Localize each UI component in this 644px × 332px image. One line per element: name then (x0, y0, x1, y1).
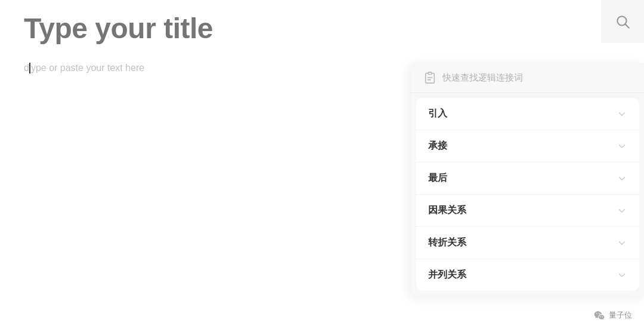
search-icon (615, 14, 630, 29)
dropdown-panel: 快速查找逻辑连接词 引入 承接 最后 因果关系 (411, 63, 644, 296)
dropdown-item-parallel[interactable]: 并列关系 (416, 259, 639, 291)
brand-label: 量子位 (609, 310, 632, 321)
item-label-contrast: 转折关系 (428, 236, 466, 249)
clipboard-icon (423, 71, 436, 84)
title-input[interactable] (24, 12, 382, 45)
chevron-down-icon-causality (617, 205, 627, 216)
search-bar[interactable]: 快速查找逻辑连接词 (411, 63, 644, 93)
text-cursor (29, 63, 30, 73)
search-button[interactable] (601, 0, 644, 43)
dropdown-list: 引入 承接 最后 因果关系 转折关系 (416, 98, 639, 291)
placeholder-text: ype or paste your text here (31, 63, 144, 73)
dropdown-item-causality[interactable]: 因果关系 (416, 195, 639, 227)
watermark: 量子位 (593, 309, 632, 321)
item-label-causality: 因果关系 (428, 204, 466, 217)
item-label-finally: 最后 (428, 172, 447, 185)
item-label-transition: 承接 (428, 140, 447, 152)
dropdown-item-transition[interactable]: 承接 (416, 130, 639, 162)
cursor-char: d (24, 63, 29, 73)
dropdown-item-finally[interactable]: 最后 (416, 162, 639, 195)
dropdown-item-intro[interactable]: 引入 (416, 98, 639, 130)
item-label-intro: 引入 (428, 107, 447, 120)
chevron-down-icon-contrast (617, 238, 627, 248)
svg-rect-2 (428, 72, 432, 75)
item-label-parallel: 并列关系 (428, 269, 466, 281)
svg-line-1 (626, 24, 629, 28)
chevron-down-icon-transition (617, 141, 627, 152)
chevron-down-icon-parallel (617, 270, 627, 281)
dropdown-item-contrast[interactable]: 转折关系 (416, 227, 639, 259)
search-placeholder-text: 快速查找逻辑连接词 (442, 72, 523, 84)
chevron-down-icon-intro (617, 109, 627, 119)
chevron-down-icon-finally (617, 173, 627, 184)
wechat-icon (593, 309, 605, 321)
